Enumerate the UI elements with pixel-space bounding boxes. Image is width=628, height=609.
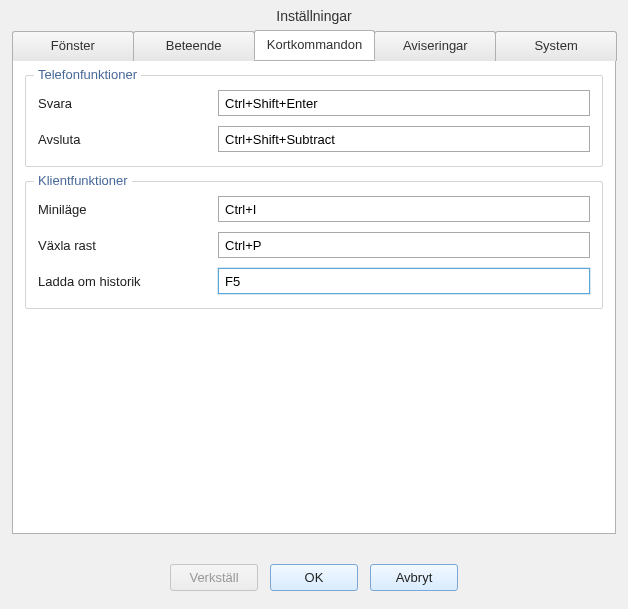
row-answer: Svara: [38, 90, 590, 116]
input-end[interactable]: [218, 126, 590, 152]
input-answer[interactable]: [218, 90, 590, 116]
dialog-buttons: Verkställ OK Avbryt: [0, 564, 628, 591]
row-togglerest: Växla rast: [38, 232, 590, 258]
apply-button[interactable]: Verkställ: [170, 564, 258, 591]
row-end: Avsluta: [38, 126, 590, 152]
group-client: Klientfunktioner Miniläge Växla rast Lad…: [25, 181, 603, 309]
tab-panel-shortcuts: Telefonfunktioner Svara Avsluta Klientfu…: [12, 60, 616, 534]
label-reloadhist: Ladda om historik: [38, 274, 218, 289]
cancel-button[interactable]: Avbryt: [370, 564, 458, 591]
label-togglerest: Växla rast: [38, 238, 218, 253]
tab-notifications[interactable]: Aviseringar: [374, 31, 496, 61]
window-title: Inställningar: [0, 0, 628, 30]
tab-strip: Fönster Beteende Kortkommandon Avisering…: [0, 30, 628, 60]
ok-button[interactable]: OK: [270, 564, 358, 591]
row-reloadhist: Ladda om historik: [38, 268, 590, 294]
group-telephony: Telefonfunktioner Svara Avsluta: [25, 75, 603, 167]
tab-windows[interactable]: Fönster: [12, 31, 134, 61]
settings-window: Inställningar Fönster Beteende Kortkomma…: [0, 0, 628, 609]
label-minimode: Miniläge: [38, 202, 218, 217]
tab-system[interactable]: System: [495, 31, 617, 61]
label-answer: Svara: [38, 96, 218, 111]
group-telephony-legend: Telefonfunktioner: [34, 67, 141, 82]
row-minimode: Miniläge: [38, 196, 590, 222]
tab-shortcuts[interactable]: Kortkommandon: [254, 30, 376, 60]
input-minimode[interactable]: [218, 196, 590, 222]
label-end: Avsluta: [38, 132, 218, 147]
tab-behavior[interactable]: Beteende: [133, 31, 255, 61]
input-reloadhist[interactable]: [218, 268, 590, 294]
input-togglerest[interactable]: [218, 232, 590, 258]
group-client-legend: Klientfunktioner: [34, 173, 132, 188]
